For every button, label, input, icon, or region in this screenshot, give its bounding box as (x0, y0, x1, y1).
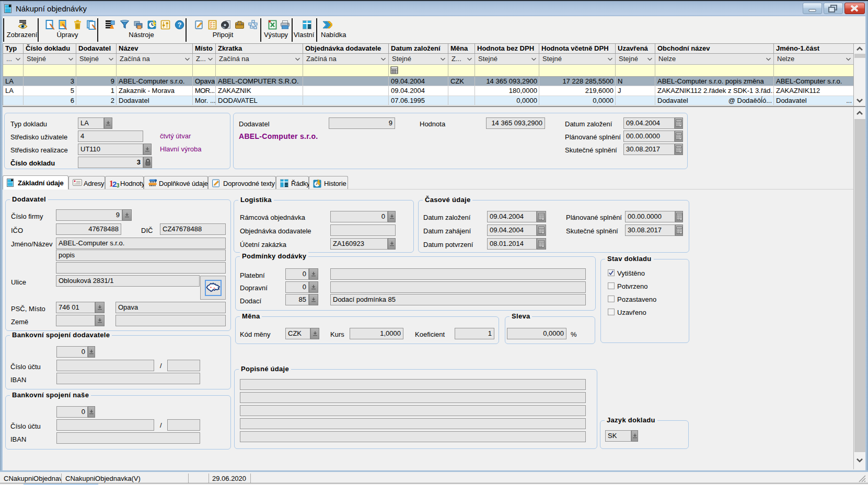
svg-text:?: ? (178, 21, 182, 29)
svg-text:3: 3 (117, 183, 119, 187)
